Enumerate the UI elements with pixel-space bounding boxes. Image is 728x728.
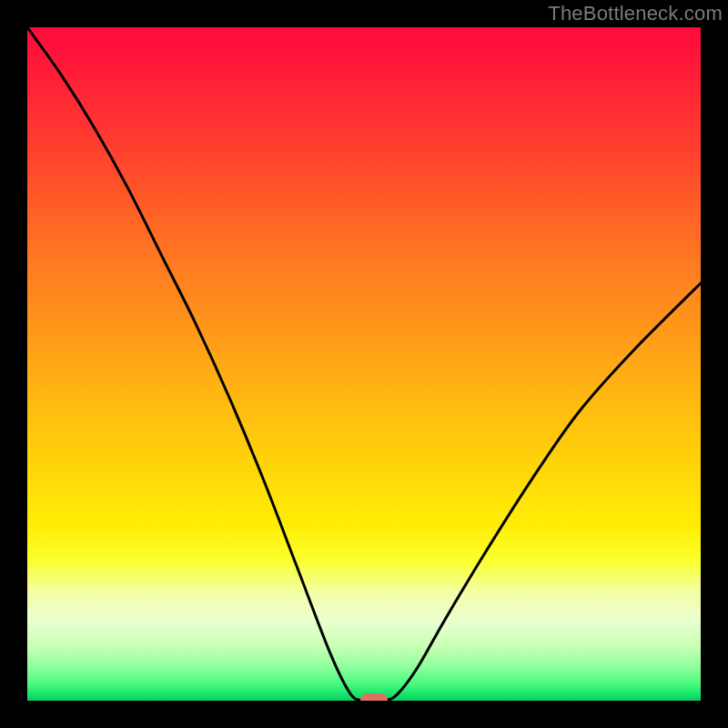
optimal-marker — [360, 693, 388, 701]
chart-frame: TheBottleneck.com — [0, 0, 728, 728]
bottleneck-curve — [27, 27, 701, 701]
plot-area — [27, 27, 701, 701]
attribution-label: TheBottleneck.com — [548, 2, 723, 25]
